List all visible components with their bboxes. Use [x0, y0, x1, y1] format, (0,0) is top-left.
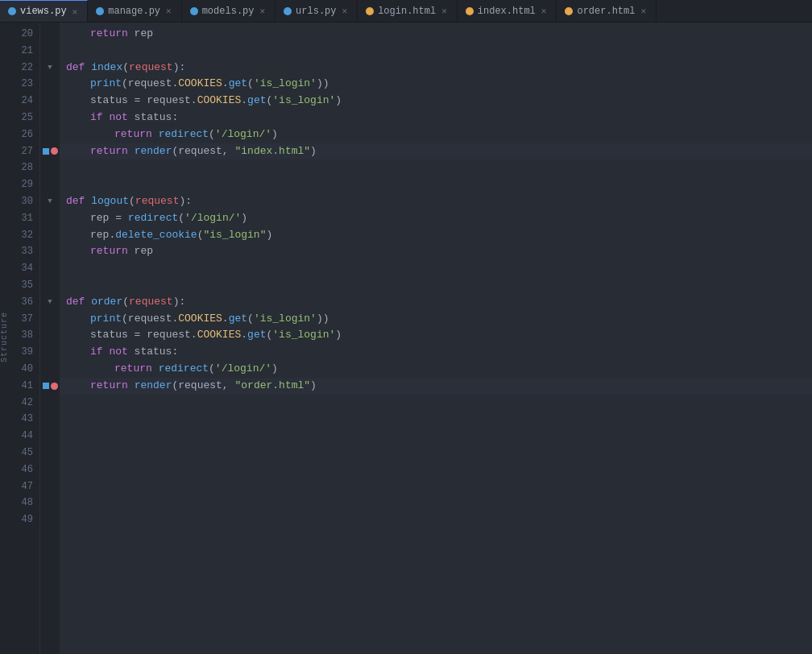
code-line-40: return redirect ( '/login/' ): [60, 361, 812, 378]
code-line-28: [60, 159, 812, 176]
gutter-cell-42: [40, 395, 60, 412]
breakpoint-icon-27[interactable]: [51, 147, 58, 155]
fold-icon-30[interactable]: ▼: [48, 197, 52, 205]
line-num-21: 21: [13, 43, 33, 60]
code-line-46: [60, 462, 812, 478]
gutter-cell-22[interactable]: ▼: [40, 60, 60, 77]
html-icon: [366, 7, 374, 15]
line-num-49: 49: [13, 511, 33, 528]
code-line-42: [60, 395, 812, 412]
gutter-cell-39: [40, 344, 60, 361]
tab-index-html[interactable]: index.html ✕: [458, 0, 557, 22]
line-num-27: 27: [13, 143, 33, 160]
code-line-30: def logout ( request ) :: [60, 193, 812, 210]
line-num-32: 32: [13, 227, 33, 244]
line-num-29: 29: [13, 176, 33, 193]
tab-label: views.py: [20, 6, 67, 17]
py-icon: [190, 7, 198, 15]
code-line-38: status = request . COOKIES . get ( 'is_l…: [60, 327, 812, 344]
gutter-cell-36[interactable]: ▼: [40, 294, 60, 311]
code-editor[interactable]: return rep def index ( request ) : print…: [60, 23, 812, 654]
gutter-cell-30[interactable]: ▼: [40, 193, 60, 210]
tab-models-py[interactable]: models.py ✕: [182, 0, 276, 22]
tab-manage-py[interactable]: manage.py ✕: [88, 0, 181, 22]
html-icon: [466, 7, 474, 15]
line-num-33: 33: [13, 243, 33, 260]
fold-icon-22[interactable]: ▼: [48, 64, 52, 72]
gutter-cell-46: [40, 462, 60, 478]
structure-sidebar: Structure: [0, 23, 10, 654]
tab-label: order.html: [577, 6, 635, 17]
gutter-cell-48: [40, 495, 60, 511]
code-line-32: rep . delete_cookie ( "is_login" ): [60, 227, 812, 244]
line-numbers: 20 21 22 23 24 25 26 27 28 29 30 31 32 3…: [10, 23, 40, 654]
code-line-49: [60, 511, 812, 528]
line-num-24: 24: [13, 93, 33, 110]
gutter-cell-45: [40, 445, 60, 462]
code-line-29: [60, 176, 812, 193]
gutter-cell-28: [40, 159, 60, 176]
line-num-28: 28: [13, 159, 33, 176]
line-num-42: 42: [13, 395, 33, 412]
code-line-21: [60, 43, 812, 60]
line-num-43: 43: [13, 411, 33, 428]
tab-close-icon[interactable]: ✕: [341, 6, 350, 16]
gutter-cell-47: [40, 478, 60, 495]
code-line-41: return render ( request , "order.html" ): [60, 378, 812, 395]
code-line-44: [60, 428, 812, 445]
html-icon: [565, 7, 573, 15]
py-icon: [284, 7, 292, 15]
gutter-cell-29: [40, 176, 60, 193]
code-line-26: return redirect ( '/login/' ): [60, 126, 812, 143]
gutter-cell-21: [40, 43, 60, 60]
gutter-cell-27[interactable]: [40, 143, 60, 160]
tab-close-icon[interactable]: ✕: [164, 6, 173, 16]
gutter-cell-24: [40, 93, 60, 110]
gutter-cell-38: [40, 327, 60, 344]
line-num-25: 25: [13, 110, 33, 126]
line-num-22: 22: [13, 60, 33, 77]
tab-urls-py[interactable]: urls.py ✕: [276, 0, 358, 22]
bookmark-icon-27[interactable]: [43, 148, 49, 155]
tab-close-icon[interactable]: ✕: [71, 6, 80, 17]
line-num-48: 48: [13, 495, 33, 511]
code-line-24: status = request . COOKIES . get ( 'is_l…: [60, 93, 812, 110]
gutter-cell-40: [40, 361, 60, 378]
gutter-cell-33: [40, 243, 60, 260]
gutter-cell-49: [40, 511, 60, 528]
tab-close-icon[interactable]: ✕: [258, 6, 267, 16]
tab-label: urls.py: [296, 6, 336, 17]
tab-order-html[interactable]: order.html ✕: [557, 0, 657, 22]
gutter-cell-23: [40, 76, 60, 93]
code-line-39: if not status :: [60, 344, 812, 361]
code-line-27: return render ( request , "index.html" ): [60, 143, 812, 160]
breakpoint-icon-41[interactable]: [51, 383, 58, 390]
line-num-31: 31: [13, 210, 33, 227]
gutter-cell-34: [40, 260, 60, 277]
tab-close-icon[interactable]: ✕: [639, 6, 648, 16]
gutter-cell-35: [40, 277, 60, 294]
code-line-47: [60, 478, 812, 495]
gutter-cell-32: [40, 227, 60, 244]
line-num-44: 44: [13, 428, 33, 445]
line-num-41: 41: [13, 378, 33, 395]
code-line-45: [60, 445, 812, 462]
code-line-37: print ( request . COOKIES . get ( 'is_lo…: [60, 311, 812, 328]
gutter-cell-25: [40, 110, 60, 126]
gutter: ▼ ▼: [40, 23, 60, 654]
tab-views-py[interactable]: views.py ✕: [0, 0, 88, 22]
gutter-cell-31: [40, 210, 60, 227]
gutter-cell-44: [40, 428, 60, 445]
fold-icon-36[interactable]: ▼: [48, 298, 52, 306]
code-line-35: [60, 277, 812, 294]
tab-login-html[interactable]: login.html ✕: [358, 0, 458, 22]
line-num-35: 35: [13, 277, 33, 294]
line-num-36: 36: [13, 294, 33, 311]
code-line-43: [60, 411, 812, 428]
tab-label: login.html: [378, 6, 436, 17]
tab-close-icon[interactable]: ✕: [540, 6, 549, 16]
bookmark-icon-41[interactable]: [43, 383, 49, 389]
tab-close-icon[interactable]: ✕: [440, 6, 449, 16]
gutter-cell-41[interactable]: [40, 378, 60, 395]
py-icon: [96, 7, 104, 15]
